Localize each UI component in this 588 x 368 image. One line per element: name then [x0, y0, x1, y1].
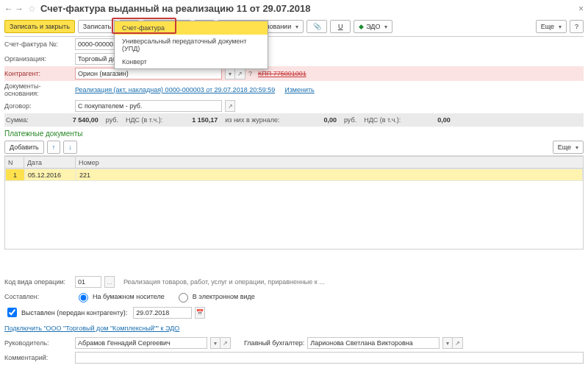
print-menu: Счет-фактура Универсальный передаточный …: [114, 21, 268, 69]
underline-button[interactable]: U: [330, 20, 351, 33]
star-icon[interactable]: ☆: [28, 4, 36, 14]
files-button[interactable]: 📎: [306, 20, 327, 33]
contragent-input[interactable]: Орион (магазин): [75, 68, 222, 79]
comment-label: Комментарий:: [4, 354, 72, 361]
edo-connect-link[interactable]: Подключить "ООО "Торговый дом "Комплексн…: [4, 325, 179, 332]
head-label: Руководитель:: [4, 339, 72, 347]
contract-input[interactable]: С покупателем - руб.: [75, 100, 222, 112]
paperclip-icon: 📎: [312, 21, 322, 32]
chief-open-icon[interactable]: ↗: [453, 337, 463, 349]
chief-acc-input[interactable]: Ларионова Светлана Викторовна: [307, 337, 440, 349]
page-title: Счет-фактура выданный на реализацию 11 о…: [40, 3, 310, 14]
contract-open-icon[interactable]: ↗: [225, 100, 235, 112]
head-open-icon[interactable]: ↗: [220, 337, 231, 349]
add-button[interactable]: Добавить: [4, 141, 44, 154]
chief-select-icon[interactable]: ▾: [442, 337, 453, 349]
radio-paper-input[interactable]: [79, 293, 88, 302]
payments-table: N Дата Номер: [4, 156, 584, 169]
cell-num: 221: [76, 169, 583, 181]
contragent-open-icon[interactable]: ↗: [235, 68, 245, 79]
calendar-icon[interactable]: 📅: [195, 307, 205, 319]
op-code-select-icon[interactable]: …: [104, 276, 115, 288]
arrow-up-icon: ↑: [52, 144, 56, 151]
issued-checkbox-input[interactable]: [7, 308, 17, 317]
nav-fwd-icon[interactable]: →: [15, 4, 24, 14]
radio-electronic-input[interactable]: [179, 293, 188, 302]
sum-value: 7 540,00: [73, 116, 98, 124]
menu-item-envelope[interactable]: Конверт: [115, 55, 268, 68]
j-nds-label: НДС (в т.ч.):: [364, 116, 401, 124]
menu-item-invoice[interactable]: Счет-фактура: [115, 21, 268, 35]
doc-basis-link[interactable]: Реализация (акт, накладная) 0000-000003 …: [75, 86, 275, 93]
composed-label: Составлен:: [4, 293, 72, 300]
help-icon[interactable]: ?: [248, 70, 252, 77]
nds-value: 1 150,17: [192, 116, 218, 124]
underline-icon: U: [335, 21, 345, 32]
more-button[interactable]: Еще: [536, 20, 567, 33]
payments-more-button[interactable]: Еще: [553, 141, 584, 154]
edo-icon: ◆: [359, 23, 364, 30]
arrow-down-icon: ↓: [68, 144, 72, 151]
menu-item-upd[interactable]: Универсальный передаточный документ (УПД…: [115, 35, 268, 55]
move-up-button[interactable]: ↑: [47, 141, 61, 154]
sum-label: Сумма:: [6, 116, 29, 124]
contragent-label: Контрагент:: [4, 70, 72, 77]
radio-paper[interactable]: На бумажном носителе: [75, 291, 165, 302]
change-link[interactable]: Изменить: [284, 86, 315, 93]
j-nds-value: 0,00: [437, 116, 451, 124]
move-down-button[interactable]: ↓: [63, 141, 77, 154]
inn-kpp-link[interactable]: КПП 775001001: [258, 70, 306, 77]
rub-label: руб.: [106, 116, 118, 124]
save-close-button[interactable]: Записать и закрыть: [4, 20, 75, 33]
radio-electronic[interactable]: В электронном виде: [175, 291, 255, 302]
doc-basis-label: Документы-основания:: [4, 82, 72, 97]
op-code-desc: Реализация товаров, работ, услуг и опера…: [123, 278, 325, 286]
issued-date-input[interactable]: 29.07.2018: [133, 307, 192, 319]
comment-input[interactable]: [75, 352, 584, 364]
journal-label: из них в журнале:: [225, 116, 279, 124]
journal-sum: 0,00: [323, 116, 337, 124]
edo-button[interactable]: ◆ЭДО: [354, 20, 392, 33]
op-code-label: Код вида операции:: [4, 278, 72, 286]
op-code-input[interactable]: 01: [75, 276, 101, 288]
rub-label-2: руб.: [344, 116, 356, 124]
close-icon[interactable]: ×: [578, 4, 584, 14]
issued-checkbox[interactable]: Выставлен (передан контрагенту):: [4, 305, 127, 319]
nds-incl-label: НДС (в т.ч.):: [126, 116, 162, 124]
help-button[interactable]: ?: [570, 20, 584, 33]
org-label: Организация:: [4, 55, 72, 63]
nav-back-icon[interactable]: ←: [4, 4, 13, 14]
head-select-icon[interactable]: ▾: [210, 337, 220, 349]
save-button[interactable]: Записать: [78, 20, 116, 33]
th-num[interactable]: Номер: [76, 157, 584, 169]
cell-date: 05.12.2016: [25, 169, 76, 181]
table-row[interactable]: 1 05.12.2016 221: [6, 169, 583, 181]
cell-n: 1: [6, 169, 25, 181]
contract-label: Договор:: [4, 102, 72, 110]
th-n[interactable]: N: [5, 157, 24, 169]
chief-acc-label: Главный бухгалтер:: [244, 339, 304, 347]
head-input[interactable]: Абрамов Геннадий Сергеевич: [75, 337, 207, 349]
contragent-select-icon[interactable]: ▾: [225, 68, 235, 79]
th-date[interactable]: Дата: [24, 157, 76, 169]
number-label: Счет-фактура №:: [4, 40, 72, 48]
payments-title: Платежные документы: [4, 130, 584, 138]
